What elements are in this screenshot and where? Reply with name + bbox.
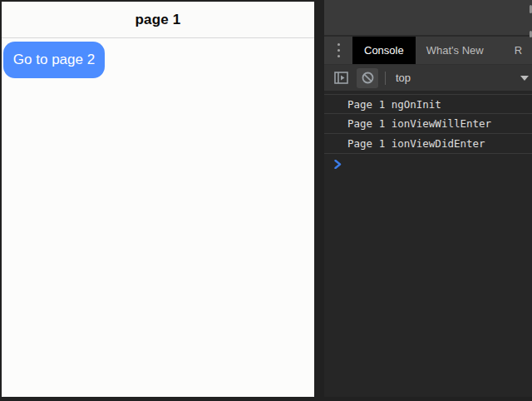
console-message-text: Page 1 ngOnInit (347, 98, 441, 111)
app-header: page 1 (2, 2, 314, 38)
devtools-main-area (324, 0, 532, 37)
console-prompt-chevron-icon (334, 160, 342, 169)
console-message-text: Page 1 ionViewWillEnter (347, 117, 491, 130)
console-message-text: Page 1 ionViewDidEnter (347, 137, 485, 150)
clear-console-button[interactable] (357, 68, 378, 88)
devtools-panel: Console What's New R top Page 1 (324, 0, 532, 397)
context-selector[interactable]: top (396, 72, 411, 84)
tab-whats-new[interactable]: What's New (416, 37, 495, 64)
console-messages: Page 1 ngOnInit Page 1 ionViewWillEnter … (324, 94, 532, 174)
drawer-tab-bar: Console What's New R (324, 37, 532, 64)
tab-console[interactable]: Console (352, 37, 416, 64)
tab-partial[interactable]: R (495, 37, 524, 64)
console-toolbar: top (324, 64, 532, 91)
clear-console-ban-icon (362, 72, 374, 84)
console-sidebar-icon (334, 72, 348, 84)
page-title: page 1 (135, 12, 180, 28)
toolbar-separator (385, 72, 386, 85)
context-dropdown-caret-icon[interactable] (520, 76, 529, 81)
console-message-row[interactable]: Page 1 ionViewWillEnter (324, 114, 532, 134)
tab-console-label: Console (364, 44, 404, 57)
tab-partial-label: R (515, 44, 522, 57)
go-to-page-2-button[interactable]: Go to page 2 (3, 42, 105, 78)
more-options-kebab-icon[interactable] (324, 37, 352, 64)
console-prompt[interactable] (324, 154, 532, 174)
tab-whats-new-label: What's New (426, 44, 484, 57)
console-message-row[interactable]: Page 1 ionViewDidEnter (324, 134, 532, 154)
console-sidebar-toggle-button[interactable] (330, 68, 352, 88)
app-page-panel: page 1 Go to page 2 (2, 2, 314, 397)
console-message-row[interactable]: Page 1 ngOnInit (324, 94, 532, 114)
